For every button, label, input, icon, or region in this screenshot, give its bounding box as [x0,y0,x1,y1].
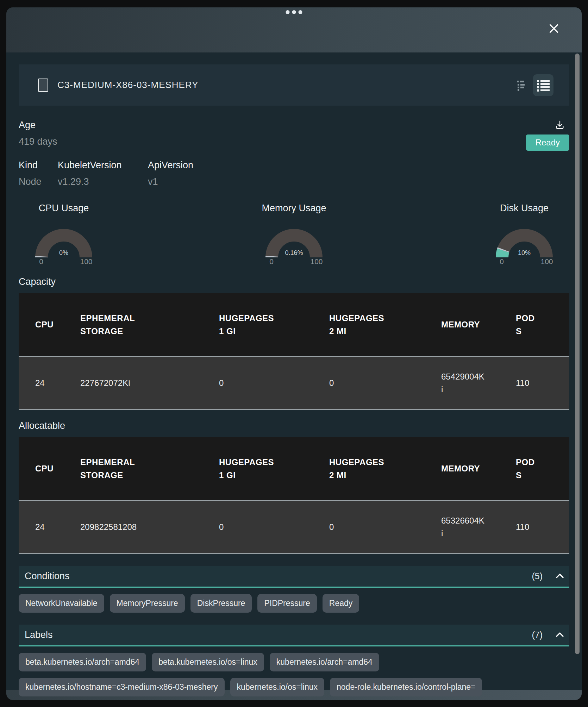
status-badge: Ready [526,134,569,151]
node-title: C3-MEDIUM-X86-03-MESHERY [57,80,517,90]
download-icon[interactable] [555,120,565,130]
meta-label: KubeletVersion [58,160,148,171]
scrollbar-thumb[interactable] [575,54,580,654]
column-header: HUGEPAGES 1 GI [219,312,329,338]
conditions-section-bar: Conditions (5) [19,566,569,588]
disk-usage-gauge: Disk Usage 10% 0 100 [483,203,566,266]
condition-chip: NetworkUnavailable [19,594,104,613]
table-cell: 110 [516,377,569,389]
meta-value: v1.29.3 [58,176,148,187]
gauge-min: 0 [264,257,279,266]
column-header: HUGEPAGES 2 MI [329,456,441,482]
capacity-table-header: CPUEPHEMERAL STORAGEHUGEPAGES 1 GIHUGEPA… [19,293,569,356]
column-header: PODS [516,312,569,338]
allocatable-table-header: CPUEPHEMERAL STORAGEHUGEPAGES 1 GIHUGEPA… [19,437,569,500]
capacity-table: CPUEPHEMERAL STORAGEHUGEPAGES 1 GIHUGEPA… [19,293,569,410]
meta-column: ApiVersion v1 [148,160,193,187]
conditions-collapse-button[interactable] [556,574,564,579]
chevron-up-icon [556,574,564,579]
table-cell: 24 [35,521,80,533]
close-icon [548,30,560,36]
meta-value: v1 [148,176,193,187]
config-view-icon[interactable] [517,80,525,91]
node-details-modal: C3-MEDIUM-X86-03-MESHERY [6,7,582,700]
node-checkbox[interactable] [38,79,48,92]
meta-column: Kind Node [19,160,58,187]
allocatable-table-row: 242098225812080065326604Ki110 [19,500,569,554]
label-chip: kubernetes.io/os=linux [230,678,325,696]
gauge-max: 100 [79,257,94,266]
column-header: MEMORY [441,318,516,331]
gauge-min: 0 [494,257,509,266]
gauge-title: Disk Usage [483,203,566,214]
labels-chips-row: beta.kubernetes.io/arch=amd64beta.kubern… [19,653,569,671]
column-header: CPU [35,462,80,475]
chevron-up-icon [556,632,564,638]
age-label: Age [19,120,57,131]
cpu-usage-gauge: CPU Usage 0% 0 100 [22,203,105,266]
usage-gauges: CPU Usage 0% 0 100 Memory Usage [19,203,569,266]
close-button[interactable] [547,22,561,36]
gauge-percent: 0.16% [252,249,336,257]
list-view-icon[interactable] [533,74,553,96]
gauge-max: 100 [539,257,555,266]
table-cell: 0 [219,377,329,389]
label-chip: beta.kubernetes.io/os=linux [152,653,264,671]
table-cell: 110 [516,521,569,533]
labels-heading: Labels [25,630,53,640]
table-cell: 65429004Ki [441,370,516,396]
meta-column: KubeletVersion v1.29.3 [58,160,148,187]
meta-value: Node [19,176,58,187]
drag-handle-dots[interactable] [286,10,302,14]
conditions-chips: NetworkUnavailableMemoryPressureDiskPres… [19,594,569,613]
modal-content: C3-MEDIUM-X86-03-MESHERY [6,52,582,690]
table-cell: 24 [35,377,80,389]
conditions-heading: Conditions [25,571,70,582]
column-header: MEMORY [441,462,516,475]
page-background: C3-MEDIUM-X86-03-MESHERY [0,0,588,707]
column-header: EPHEMERAL STORAGE [80,312,219,338]
column-header: HUGEPAGES 2 MI [329,312,441,338]
table-cell: 209822581208 [80,521,219,533]
gauge-max: 100 [309,257,324,266]
conditions-count: (5) [532,571,543,581]
allocatable-heading: Allocatable [19,420,569,431]
memory-usage-gauge: Memory Usage 0.16% 0 100 [252,203,336,266]
condition-chip: Ready [323,594,359,613]
condition-chip: PIDPressure [257,594,317,613]
condition-chip: DiskPressure [190,594,252,613]
meta-label: ApiVersion [148,160,193,171]
allocatable-table: CPUEPHEMERAL STORAGEHUGEPAGES 1 GIHUGEPA… [19,437,569,554]
node-title-card: C3-MEDIUM-X86-03-MESHERY [19,64,569,106]
label-chip: kubernetes.io/arch=amd64 [270,653,379,671]
meta-row: Kind Node KubeletVersion v1.29.3 ApiVers… [19,160,569,187]
table-cell: 0 [219,521,329,533]
column-header: CPU [35,318,80,331]
table-cell: 0 [329,377,441,389]
labels-count: (7) [532,630,543,640]
condition-chip: MemoryPressure [110,594,185,613]
gauge-min: 0 [33,257,49,266]
gauge-percent: 0% [22,249,105,257]
gauge-title: CPU Usage [22,203,105,214]
capacity-heading: Capacity [19,276,569,287]
label-chip: beta.kubernetes.io/arch=amd64 [19,653,146,671]
column-header: HUGEPAGES 1 GI [219,456,329,482]
gauge-percent: 10% [483,249,566,257]
labels-section-bar: Labels (7) [19,625,569,646]
label-chip: node-role.kubernetes.io/control-plane= [330,678,482,696]
table-cell: 65326604Ki [441,514,516,540]
meta-label: Kind [19,160,58,171]
column-header: PODS [516,456,569,482]
labels-chips-row: kubernetes.io/hostname=c3-medium-x86-03-… [19,678,569,696]
age-value: 419 days [19,136,57,147]
table-cell: 0 [329,521,441,533]
gauge-title: Memory Usage [252,203,336,214]
labels-collapse-button[interactable] [556,632,564,638]
view-toggle-group [517,74,553,96]
age-status-row: Age 419 days Ready [19,120,569,151]
capacity-table-row: 24227672072Ki0065429004Ki110 [19,356,569,410]
column-header: EPHEMERAL STORAGE [80,456,219,482]
label-chip: kubernetes.io/hostname=c3-medium-x86-03-… [19,678,225,696]
table-cell: 227672072Ki [80,377,219,389]
